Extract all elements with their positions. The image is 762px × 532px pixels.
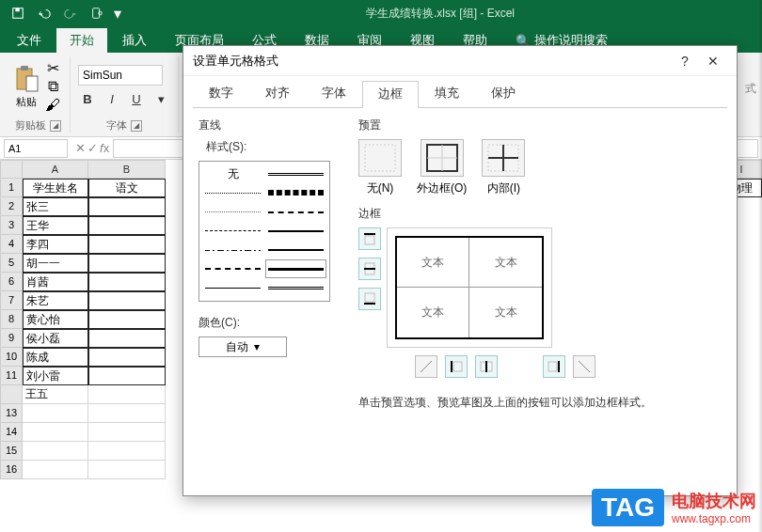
cell[interactable] (88, 329, 166, 348)
border-preview[interactable]: 文本 文本 文本 文本 (387, 227, 552, 348)
style-option[interactable] (268, 225, 324, 238)
dlg-tab-number[interactable]: 数字 (193, 80, 249, 107)
row-header[interactable]: 6 (0, 273, 23, 291)
color-select[interactable]: 自动▾ (198, 336, 287, 357)
dlg-tab-fill[interactable]: 填充 (419, 80, 475, 107)
underline-button[interactable]: U (127, 89, 146, 108)
row-header[interactable]: 4 (0, 235, 23, 254)
font-launcher[interactable]: ◢ (131, 120, 142, 132)
preset-inside[interactable]: 内部(I) (482, 139, 525, 196)
row-header[interactable]: 3 (0, 216, 23, 235)
font-name-input[interactable] (78, 65, 163, 86)
clipboard-launcher[interactable]: ◢ (50, 120, 61, 132)
cell[interactable]: 刘小雷 (23, 367, 88, 385)
preset-outline[interactable]: 外边框(O) (417, 139, 467, 196)
dlg-tab-border[interactable]: 边框 (362, 81, 419, 108)
tab-file[interactable]: 文件 (4, 28, 55, 53)
style-option[interactable] (268, 186, 324, 199)
cell[interactable] (23, 423, 88, 442)
line-style-list[interactable]: 无 (198, 161, 330, 302)
border-diag-down-button[interactable] (573, 355, 595, 378)
row-header[interactable]: 2 (0, 197, 23, 216)
cell[interactable] (88, 310, 166, 329)
bold-button[interactable]: B (78, 89, 97, 108)
undo-icon[interactable] (32, 2, 56, 24)
cell[interactable] (23, 461, 88, 479)
cell[interactable]: 王五 (23, 385, 88, 404)
row-header[interactable]: 10 (0, 348, 23, 367)
cell[interactable] (88, 273, 166, 291)
style-option[interactable] (205, 206, 261, 219)
touch-mode-icon[interactable] (85, 2, 109, 24)
dlg-tab-alignment[interactable]: 对齐 (249, 80, 306, 107)
row-header[interactable]: 7 (0, 291, 23, 310)
cell[interactable] (88, 197, 166, 216)
style-option[interactable] (268, 206, 324, 219)
tab-home[interactable]: 开始 (56, 28, 107, 53)
cell[interactable]: 黄心怡 (23, 310, 88, 329)
cell[interactable]: 胡一一 (23, 254, 88, 273)
underline-dropdown-icon[interactable]: ▾ (151, 89, 170, 108)
cell[interactable] (88, 235, 166, 254)
row-header[interactable]: 11 (0, 367, 23, 385)
style-none[interactable]: 无 (205, 167, 261, 180)
style-option[interactable] (268, 282, 324, 295)
cell[interactable] (88, 367, 166, 385)
col-header-A[interactable]: A (23, 160, 88, 179)
row-header[interactable]: 16 (0, 461, 23, 479)
cancel-formula-icon[interactable]: ✕ (75, 141, 86, 155)
preset-none[interactable]: 无(N) (358, 139, 402, 196)
row-header[interactable]: 9 (0, 329, 23, 348)
copy-icon[interactable]: ⧉ (43, 78, 62, 95)
border-right-button[interactable] (543, 355, 565, 378)
italic-button[interactable]: I (103, 89, 121, 108)
style-option[interactable] (268, 243, 324, 257)
cell[interactable] (88, 423, 166, 442)
cell[interactable]: 张三 (23, 197, 88, 216)
cell[interactable] (88, 216, 166, 235)
select-all-triangle[interactable] (0, 160, 23, 179)
row-header[interactable] (0, 385, 23, 404)
border-vmid-button[interactable] (475, 355, 498, 378)
style-option[interactable] (205, 186, 261, 199)
style-option[interactable] (205, 225, 261, 238)
style-option[interactable] (205, 262, 261, 275)
redo-icon[interactable] (58, 2, 83, 24)
dialog-close-button[interactable]: ✕ (699, 47, 727, 75)
row-header[interactable]: 15 (0, 442, 23, 461)
cell[interactable] (23, 442, 88, 461)
cell[interactable]: 李四 (23, 235, 88, 254)
style-option-selected[interactable] (268, 262, 324, 275)
paste-button[interactable]: 粘贴 (13, 65, 40, 109)
name-box[interactable] (4, 139, 68, 158)
col-header-B[interactable]: B (88, 160, 166, 179)
cell[interactable] (23, 404, 88, 423)
save-icon[interactable] (6, 2, 30, 24)
border-top-button[interactable] (358, 227, 381, 250)
border-bottom-button[interactable] (358, 288, 381, 310)
cell[interactable] (88, 254, 166, 273)
enter-formula-icon[interactable]: ✓ (87, 141, 98, 155)
row-header[interactable]: 13 (0, 404, 23, 423)
row-header[interactable]: 8 (0, 310, 23, 329)
cell-B1[interactable]: 语文 (88, 179, 166, 197)
cell[interactable]: 侯小磊 (23, 329, 88, 348)
cell[interactable] (88, 404, 166, 423)
border-left-button[interactable] (445, 355, 468, 378)
tab-insert[interactable]: 插入 (109, 28, 160, 53)
cell-A1[interactable]: 学生姓名 (23, 179, 88, 197)
row-header[interactable]: 14 (0, 423, 23, 442)
cell[interactable] (88, 291, 166, 310)
cut-icon[interactable]: ✂ (43, 59, 62, 76)
row-header[interactable]: 5 (0, 254, 23, 273)
border-hmid-button[interactable] (358, 258, 381, 280)
fx-icon[interactable]: fx (100, 141, 109, 155)
dlg-tab-protection[interactable]: 保护 (475, 80, 532, 107)
row-header[interactable]: 1 (0, 179, 23, 197)
qat-dropdown-icon[interactable]: ▾ (111, 2, 124, 24)
cell[interactable] (88, 442, 166, 461)
style-option[interactable] (268, 167, 324, 180)
border-diag-up-button[interactable] (415, 355, 437, 378)
cell[interactable]: 陈成 (23, 348, 88, 367)
style-option[interactable] (205, 243, 261, 257)
